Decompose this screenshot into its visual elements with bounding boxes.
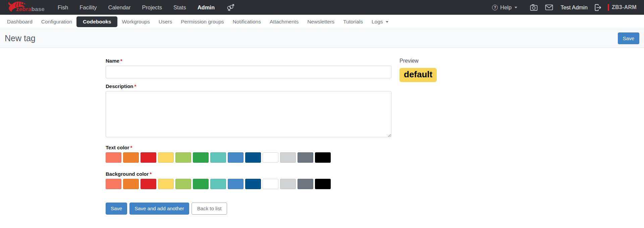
header-save-button[interactable]: Save xyxy=(618,32,639,45)
color-swatch[interactable] xyxy=(263,152,278,163)
back-to-list-button[interactable]: Back to list xyxy=(192,203,227,215)
required-asterisk: * xyxy=(150,171,152,177)
text-color-label: Text color* xyxy=(106,145,391,150)
page-header: New tag Save xyxy=(0,29,644,48)
color-swatch[interactable] xyxy=(298,152,313,163)
subnav-item-logs[interactable]: Logs xyxy=(367,16,393,27)
description-label: Description* xyxy=(106,83,391,89)
subnav-item-users[interactable]: Users xyxy=(154,16,176,27)
name-input[interactable] xyxy=(106,66,391,78)
description-textarea[interactable] xyxy=(106,91,391,137)
color-swatch[interactable] xyxy=(106,152,121,163)
text-color-palette xyxy=(106,152,391,163)
color-swatch[interactable] xyxy=(141,152,156,163)
user-menu[interactable]: Test Admin xyxy=(560,4,588,11)
color-swatch[interactable] xyxy=(315,179,331,189)
color-swatch[interactable] xyxy=(193,152,209,163)
color-swatch[interactable] xyxy=(280,152,296,163)
zebrabase-logo[interactable]: zebrabase xyxy=(7,0,48,15)
name-field-group: Name* xyxy=(106,58,391,78)
color-swatch[interactable] xyxy=(245,152,261,163)
topnav-item-projects[interactable]: Projects xyxy=(142,4,162,11)
new-tag-form: Name* Description* Text color* Backgroun… xyxy=(106,58,391,215)
color-swatch[interactable] xyxy=(123,179,139,189)
subnav-item-workgroups[interactable]: Workgroups xyxy=(117,16,154,27)
color-swatch[interactable] xyxy=(210,152,226,163)
required-asterisk: * xyxy=(130,145,132,150)
required-asterisk: * xyxy=(135,83,137,89)
subnav-item-newsletters[interactable]: Newsletters xyxy=(303,16,339,27)
environment-label: ZB3-ARM xyxy=(612,4,637,10)
color-swatch[interactable] xyxy=(141,179,156,189)
topnav-item-fish[interactable]: Fish xyxy=(58,4,68,11)
subnav-item-notifications[interactable]: Notifications xyxy=(228,16,265,27)
background-color-field-group: Background color* xyxy=(106,171,391,189)
help-menu[interactable]: Help xyxy=(492,4,517,11)
top-menu: Fish Facility Calendar Projects Stats Ad… xyxy=(58,4,234,11)
required-asterisk: * xyxy=(120,58,122,64)
mail-icon[interactable] xyxy=(545,4,553,11)
brand-text: zebrabase xyxy=(16,6,45,13)
preview-tag-badge: default xyxy=(399,68,437,82)
topnav-item-stats[interactable]: Stats xyxy=(173,4,186,11)
color-swatch[interactable] xyxy=(263,179,278,189)
admin-subnav: Dashboard Configuration Codebooks Workgr… xyxy=(0,15,644,29)
color-swatch[interactable] xyxy=(106,179,121,189)
background-color-label: Background color* xyxy=(106,171,391,177)
logs-label: Logs xyxy=(372,19,383,25)
color-swatch[interactable] xyxy=(228,179,244,189)
subnav-item-dashboard[interactable]: Dashboard xyxy=(3,16,37,27)
env-accent-bar xyxy=(608,4,609,11)
camera-icon[interactable] xyxy=(530,4,538,11)
color-swatch[interactable] xyxy=(193,179,209,189)
subnav-item-codebooks[interactable]: Codebooks xyxy=(76,16,117,27)
help-icon xyxy=(492,5,498,10)
color-swatch[interactable] xyxy=(298,179,313,189)
description-field-group: Description* xyxy=(106,83,391,137)
color-swatch[interactable] xyxy=(158,152,174,163)
color-swatch[interactable] xyxy=(175,179,191,189)
preview-label: Preview xyxy=(399,58,437,64)
color-swatch[interactable] xyxy=(210,179,226,189)
color-swatch[interactable] xyxy=(228,152,244,163)
sign-out-icon[interactable] xyxy=(594,4,601,11)
preview-panel: Preview default xyxy=(399,58,437,82)
color-swatch[interactable] xyxy=(315,152,331,163)
name-label: Name* xyxy=(106,58,391,64)
topnav-item-facility[interactable]: Facility xyxy=(79,4,97,11)
gender-pair-icon[interactable] xyxy=(226,4,234,11)
topnav-item-admin[interactable]: Admin xyxy=(198,4,215,11)
background-color-palette xyxy=(106,179,391,189)
page-title: New tag xyxy=(5,33,36,43)
topnav-right: Help Test Admin ZB3-ARM xyxy=(492,4,637,11)
save-button[interactable]: Save xyxy=(106,203,127,215)
subnav-item-tutorials[interactable]: Tutorials xyxy=(339,16,367,27)
help-label: Help xyxy=(500,4,512,11)
subnav-item-configuration[interactable]: Configuration xyxy=(37,16,76,27)
color-swatch[interactable] xyxy=(245,179,261,189)
color-swatch[interactable] xyxy=(280,179,296,189)
topnav-item-calendar[interactable]: Calendar xyxy=(108,4,131,11)
color-swatch[interactable] xyxy=(158,179,174,189)
form-actions: Save Save and add another Back to list xyxy=(106,203,391,215)
content-area: Name* Description* Text color* Backgroun… xyxy=(0,48,644,215)
text-color-field-group: Text color* xyxy=(106,145,391,163)
color-swatch[interactable] xyxy=(175,152,191,163)
chevron-down-icon xyxy=(386,21,388,23)
top-navbar: zebrabase Fish Facility Calendar Project… xyxy=(0,0,644,15)
color-swatch[interactable] xyxy=(123,152,139,163)
subnav-item-permission-groups[interactable]: Permission groups xyxy=(176,16,228,27)
save-and-add-another-button[interactable]: Save and add another xyxy=(129,203,189,215)
chevron-down-icon xyxy=(515,7,517,8)
subnav-item-attachments[interactable]: Attachments xyxy=(265,16,303,27)
